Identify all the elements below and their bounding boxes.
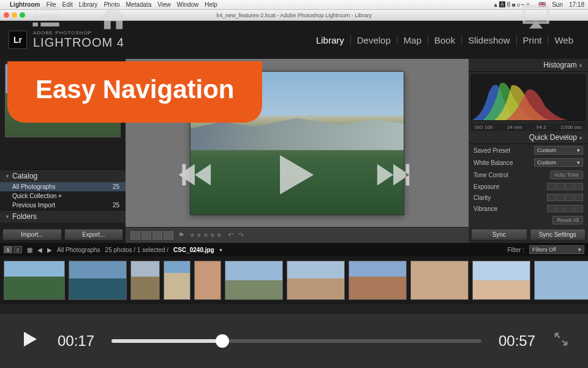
video-transport-overlay <box>172 141 417 211</box>
video-player-bar: 00:17 00:57 <box>0 314 588 368</box>
module-web[interactable]: Web <box>548 35 579 45</box>
module-print[interactable]: Print <box>516 35 548 45</box>
thumbnail[interactable] <box>472 261 530 300</box>
histo-focal: 24 mm <box>507 125 522 130</box>
seek-knob[interactable] <box>216 334 229 348</box>
catalog-row-label: All Photographs <box>12 183 56 190</box>
menu-window[interactable]: Window <box>177 1 199 8</box>
play-icon[interactable] <box>260 141 328 211</box>
thumbnail[interactable] <box>225 261 283 300</box>
loupe-view-icon[interactable] <box>141 231 151 240</box>
exposure-label: Exposure <box>473 183 499 190</box>
histogram <box>471 74 586 121</box>
vibrance-steppers[interactable] <box>547 205 583 212</box>
module-develop[interactable]: Develop <box>350 35 397 45</box>
quickdevelop-header[interactable]: Quick Develop <box>469 131 588 144</box>
nav-back-icon[interactable]: ◀ <box>37 247 42 253</box>
histo-shutter: 1/200 sec <box>560 125 582 130</box>
window-traffic-lights[interactable] <box>4 12 25 18</box>
sync-settings-button[interactable]: Sync Settings <box>530 229 586 240</box>
window-title-text: lr4_new_features-2.lrcat - Adobe Photosh… <box>216 12 372 18</box>
rating-stars[interactable]: ★★★★★ <box>189 231 223 239</box>
filmstrip-path[interactable]: All Photographs <box>57 247 100 253</box>
thumbnail[interactable] <box>4 261 65 300</box>
module-library[interactable]: Library <box>310 35 350 45</box>
close-icon[interactable] <box>4 12 9 18</box>
right-panel: Histogram ISO 100 24 mm f/4.2 1/200 sec … <box>469 59 588 243</box>
survey-view-icon[interactable] <box>164 231 173 240</box>
time-current: 00:17 <box>58 332 94 350</box>
grid-view-icon[interactable] <box>130 231 140 240</box>
catalog-row-count: 25 <box>113 183 119 190</box>
catalog-row-label: Previous Import <box>12 202 55 209</box>
rotate-right-icon[interactable]: ↷ <box>238 231 244 239</box>
svg-rect-1 <box>40 7 59 11</box>
thumbnail[interactable] <box>69 261 127 300</box>
svg-rect-5 <box>40 23 59 27</box>
callout-banner: Easy Navigation <box>7 61 262 123</box>
minimize-icon[interactable] <box>12 12 17 18</box>
seek-progress <box>111 339 222 343</box>
thumbnail[interactable] <box>194 261 221 300</box>
sync-button[interactable]: Sync <box>471 229 527 240</box>
filter-select[interactable]: Filters Off▾ <box>529 245 584 254</box>
export-button[interactable]: Export... <box>64 229 124 240</box>
skip-back-icon[interactable] <box>172 153 214 199</box>
seek-slider[interactable] <box>111 339 481 343</box>
time-total: 00:57 <box>499 332 535 350</box>
chevron-down-icon[interactable]: ▾ <box>219 247 222 253</box>
thumbnail[interactable] <box>410 261 469 300</box>
filter-label: Filter : <box>507 247 524 253</box>
saved-preset-label: Saved Preset <box>473 147 510 154</box>
thumbnail[interactable] <box>287 261 345 300</box>
grid-icon[interactable]: ▦ <box>27 247 32 253</box>
clarity-steppers[interactable] <box>547 194 583 201</box>
autotone-button[interactable]: Auto Tone <box>550 171 583 179</box>
histogram-info: ISO 100 24 mm f/4.2 1/200 sec <box>471 123 586 131</box>
module-slideshow[interactable]: Slideshow <box>461 35 516 45</box>
catalog-panel-header[interactable]: Catalog <box>0 169 126 182</box>
chevron-down-icon: ▾ <box>577 147 580 153</box>
rotate-left-icon[interactable]: ↶ <box>228 231 233 239</box>
thumbnail[interactable] <box>534 261 588 300</box>
wb-select[interactable]: Custom▾ <box>534 158 583 167</box>
thumbnail[interactable] <box>349 261 407 300</box>
second-monitor-icons[interactable]: 12 <box>4 246 22 253</box>
wb-label: White Balance <box>473 159 513 166</box>
catalog-row-previous[interactable]: Previous Import 25 <box>0 201 126 210</box>
catalog-row-all[interactable]: All Photographs 25 <box>0 182 126 191</box>
histo-iso: ISO 100 <box>475 125 492 130</box>
catalog-row-label: Quick Collection + <box>12 193 62 199</box>
module-book[interactable]: Book <box>428 35 461 45</box>
vibrance-label: Vibrance <box>473 205 497 212</box>
flag-icon[interactable]: ⚑ <box>178 231 184 239</box>
airplay-icon[interactable] <box>514 1 557 36</box>
saved-preset-select[interactable]: Custom▾ <box>534 146 583 155</box>
chevron-down-icon: ▾ <box>578 247 581 253</box>
module-map[interactable]: Map <box>397 35 428 45</box>
thumbnail[interactable] <box>130 261 160 300</box>
brand-main: LIGHTROOM 4 <box>33 36 124 49</box>
svg-rect-4 <box>32 23 38 27</box>
compare-view-icon[interactable] <box>153 231 162 240</box>
filmstrip-filename: CSC_0240.jpg <box>173 247 214 253</box>
reset-all-button[interactable]: Reset All <box>552 216 583 224</box>
histogram-header[interactable]: Histogram <box>469 59 588 72</box>
fullscreen-icon[interactable] <box>552 331 570 351</box>
menu-view[interactable]: View <box>157 1 171 8</box>
import-button[interactable]: Import... <box>2 229 62 240</box>
catalog-row-quick[interactable]: Quick Collection + <box>0 191 126 201</box>
exposure-steppers[interactable] <box>547 183 583 190</box>
folders-panel-header[interactable]: Folders <box>0 210 126 223</box>
menu-help[interactable]: Help <box>205 1 217 8</box>
home-icon[interactable] <box>92 1 135 36</box>
list-icon[interactable] <box>24 1 67 36</box>
play-button[interactable] <box>18 328 40 354</box>
view-mode-icons[interactable] <box>130 231 173 240</box>
menu-clock-time[interactable]: 17:18 <box>569 1 584 8</box>
filmstrip[interactable] <box>0 256 588 304</box>
thumbnail[interactable] <box>164 261 190 300</box>
skip-forward-icon[interactable] <box>374 153 417 199</box>
nav-fwd-icon[interactable]: ▶ <box>47 247 52 253</box>
chevron-down-icon: ▾ <box>577 159 580 166</box>
